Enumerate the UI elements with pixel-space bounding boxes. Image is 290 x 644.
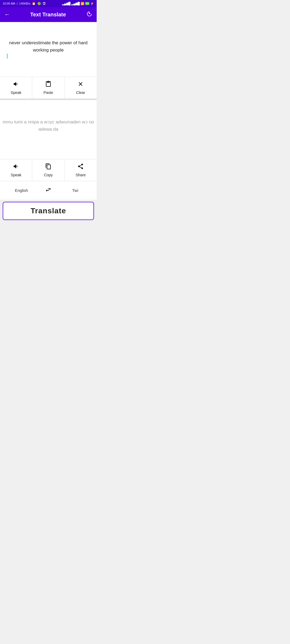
output-text-content: mmu tumi a nnipa a wɔyɛ adwumaden wɔ no …	[3, 118, 94, 133]
speak-input-label: Speak	[11, 90, 21, 95]
paste-button[interactable]: Paste	[32, 77, 64, 98]
status-right: ▂▄▆█ ▂▄▆█ 📶 63 ⚡	[62, 2, 94, 5]
speak-icon	[13, 81, 19, 89]
source-language-button[interactable]: English	[2, 186, 41, 195]
charging-icon: ⚡	[90, 2, 94, 5]
language-bar: English Twi	[0, 181, 97, 200]
clear-icon	[77, 81, 84, 89]
alarm-icon: ⏰	[32, 2, 36, 5]
share-icon	[77, 163, 84, 171]
target-language-button[interactable]: Twi	[56, 186, 95, 195]
paste-label: Paste	[44, 90, 53, 95]
translate-button-label: Translate	[31, 207, 66, 215]
copy-button[interactable]: Copy	[32, 159, 64, 181]
output-action-buttons: Speak Copy Share	[0, 159, 97, 181]
copy-label: Copy	[44, 173, 53, 177]
swap-languages-button[interactable]	[42, 184, 55, 196]
input-section: never underestimate the power of hard wo…	[0, 23, 97, 77]
text-cursor	[7, 54, 8, 58]
output-text-display: mmu tumi a nnipa a wɔyɛ adwumaden wɔ no …	[0, 100, 97, 146]
speak-output-label: Speak	[11, 173, 21, 177]
input-text-content: never underestimate the power of hard wo…	[7, 39, 90, 58]
app-header: ← Text Translate	[0, 7, 97, 22]
vpn-icon: ⓵	[43, 2, 46, 5]
page-title: Text Translate	[30, 12, 66, 18]
copy-icon	[45, 163, 52, 171]
status-bar: 10:05 AM | 145KB/s ⏰ 🟢 ⓵ ▂▄▆█ ▂▄▆█ 📶 63 …	[0, 0, 97, 7]
share-label: Share	[76, 173, 86, 177]
time: 10:05 AM	[3, 2, 15, 5]
paste-icon	[45, 81, 52, 89]
speak-output-icon	[13, 163, 19, 171]
source-language-label: English	[15, 188, 28, 193]
whatsapp-icon: 🟢	[37, 2, 41, 5]
clear-label: Clear	[76, 90, 85, 95]
speak-input-button[interactable]: Speak	[0, 77, 32, 98]
data-speed: 145KB/s	[19, 2, 30, 5]
status-left: 10:05 AM | 145KB/s ⏰ 🟢 ⓵	[3, 2, 46, 5]
network-speed: |	[17, 2, 17, 5]
output-section: mmu tumi a nnipa a wɔyɛ adwumaden wɔ no …	[0, 100, 97, 159]
speak-output-button[interactable]: Speak	[0, 159, 32, 181]
wifi-icon: 📶	[81, 2, 84, 5]
back-button[interactable]: ←	[4, 11, 10, 18]
history-button[interactable]	[86, 11, 92, 19]
input-text-display[interactable]: never underestimate the power of hard wo…	[4, 27, 92, 68]
target-language-label: Twi	[72, 188, 78, 193]
signal-icon: ▂▄▆█	[62, 2, 71, 5]
clear-button[interactable]: Clear	[65, 77, 97, 98]
input-action-buttons: Speak Paste Clear	[0, 77, 97, 98]
share-button[interactable]: Share	[65, 159, 97, 181]
signal-icon-2: ▂▄▆█	[71, 2, 80, 5]
battery-icon: 63	[85, 2, 89, 5]
translate-button[interactable]: Translate	[3, 202, 94, 220]
